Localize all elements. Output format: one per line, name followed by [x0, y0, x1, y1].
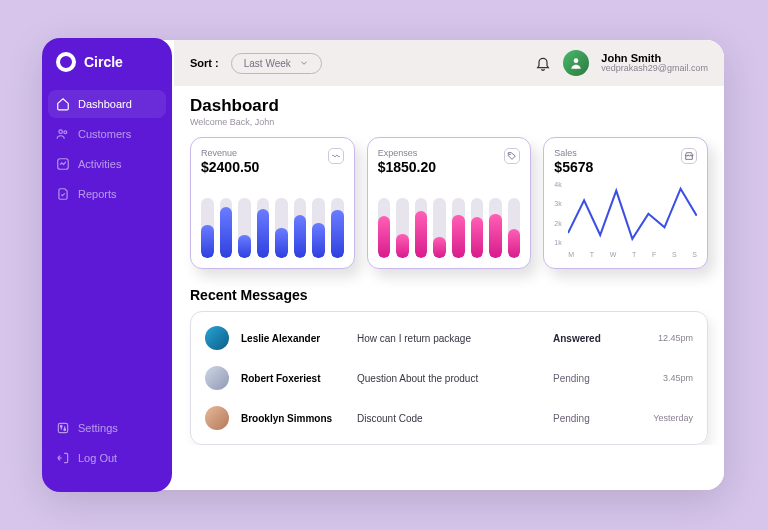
- store-icon: [681, 148, 697, 164]
- circle-icon: [56, 52, 76, 72]
- avatar: [205, 326, 229, 350]
- message-name: Robert Foxeriest: [241, 373, 351, 384]
- message-subject: How can I return package: [357, 333, 547, 344]
- message-subject: Question About the product: [357, 373, 547, 384]
- chevron-down-icon: [299, 58, 309, 68]
- expenses-bars: [378, 175, 521, 258]
- nav-label: Dashboard: [78, 98, 132, 110]
- nav-label: Customers: [78, 128, 131, 140]
- message-row[interactable]: Robert FoxeriestQuestion About the produ…: [205, 358, 693, 398]
- users-icon: [56, 127, 70, 141]
- svg-rect-3: [58, 423, 67, 432]
- svg-point-7: [510, 154, 511, 155]
- settings-icon: [56, 421, 70, 435]
- message-name: Brooklyn Simmons: [241, 413, 351, 424]
- message-row[interactable]: Leslie AlexanderHow can I return package…: [205, 318, 693, 358]
- sidebar-item-reports[interactable]: Reports: [42, 180, 172, 208]
- svg-point-6: [574, 58, 579, 63]
- content: Dashboard Welcome Back, John Revenue $24…: [174, 86, 724, 445]
- user-email: vedprakash29@gmail.com: [601, 64, 708, 74]
- avatar: [205, 406, 229, 430]
- sort-label: Sort :: [190, 57, 219, 69]
- card-value: $1850.20: [378, 159, 436, 175]
- card-revenue[interactable]: Revenue $2400.50: [190, 137, 355, 269]
- page-subtitle: Welcome Back, John: [190, 117, 708, 127]
- card-label: Sales: [554, 148, 593, 158]
- stats-cards: Revenue $2400.50 Expenses $1850.20: [190, 137, 708, 269]
- card-expenses[interactable]: Expenses $1850.20: [367, 137, 532, 269]
- message-subject: Discount Code: [357, 413, 547, 424]
- nav-label: Log Out: [78, 452, 117, 464]
- brand-logo: Circle: [42, 52, 172, 72]
- sidebar-item-customers[interactable]: Customers: [42, 120, 172, 148]
- page-title: Dashboard: [190, 96, 708, 116]
- nav-bottom: Settings Log Out: [42, 414, 172, 478]
- app-window: Circle Dashboard Customers Activities Re…: [44, 40, 724, 490]
- card-value: $2400.50: [201, 159, 259, 175]
- sort-value: Last Week: [244, 58, 291, 69]
- sidebar-item-activities[interactable]: Activities: [42, 150, 172, 178]
- sales-line-chart: 4k3k2k1k MTWTFSS: [554, 181, 697, 258]
- message-status: Answered: [553, 333, 623, 344]
- avatar: [205, 366, 229, 390]
- card-value: $5678: [554, 159, 593, 175]
- revenue-bars: [201, 175, 344, 258]
- card-sales[interactable]: Sales $5678 4k3k2k1k MTWTFSS: [543, 137, 708, 269]
- message-time: 3.45pm: [629, 373, 693, 383]
- message-name: Leslie Alexander: [241, 333, 351, 344]
- logout-icon: [56, 451, 70, 465]
- report-icon: [56, 187, 70, 201]
- card-label: Revenue: [201, 148, 259, 158]
- user-avatar[interactable]: [563, 50, 589, 76]
- sidebar-item-dashboard[interactable]: Dashboard: [48, 90, 166, 118]
- nav-label: Settings: [78, 422, 118, 434]
- nav-main: Dashboard Customers Activities Reports: [42, 90, 172, 208]
- user-info: John Smith vedprakash29@gmail.com: [601, 52, 708, 74]
- nav-label: Reports: [78, 188, 117, 200]
- svg-point-0: [59, 130, 63, 134]
- card-label: Expenses: [378, 148, 436, 158]
- message-row[interactable]: Brooklyn SimmonsDiscount CodePendingYest…: [205, 398, 693, 438]
- tag-icon: [504, 148, 520, 164]
- brand-name: Circle: [84, 54, 123, 70]
- topbar: Sort : Last Week John Smith vedprakash29…: [174, 40, 724, 86]
- message-status: Pending: [553, 413, 623, 424]
- nav-label: Activities: [78, 158, 121, 170]
- message-time: 12.45pm: [629, 333, 693, 343]
- wave-icon: [328, 148, 344, 164]
- sidebar-item-logout[interactable]: Log Out: [42, 444, 172, 472]
- messages-title: Recent Messages: [190, 287, 708, 303]
- message-status: Pending: [553, 373, 623, 384]
- sort-dropdown[interactable]: Last Week: [231, 53, 322, 74]
- main: Sort : Last Week John Smith vedprakash29…: [174, 40, 724, 490]
- svg-point-1: [64, 131, 67, 134]
- sidebar: Circle Dashboard Customers Activities Re…: [42, 38, 172, 492]
- person-icon: [569, 56, 583, 70]
- messages-list: Leslie AlexanderHow can I return package…: [190, 311, 708, 445]
- bell-icon[interactable]: [535, 55, 551, 71]
- message-time: Yesterday: [629, 413, 693, 423]
- activity-icon: [56, 157, 70, 171]
- sidebar-item-settings[interactable]: Settings: [42, 414, 172, 442]
- home-icon: [56, 97, 70, 111]
